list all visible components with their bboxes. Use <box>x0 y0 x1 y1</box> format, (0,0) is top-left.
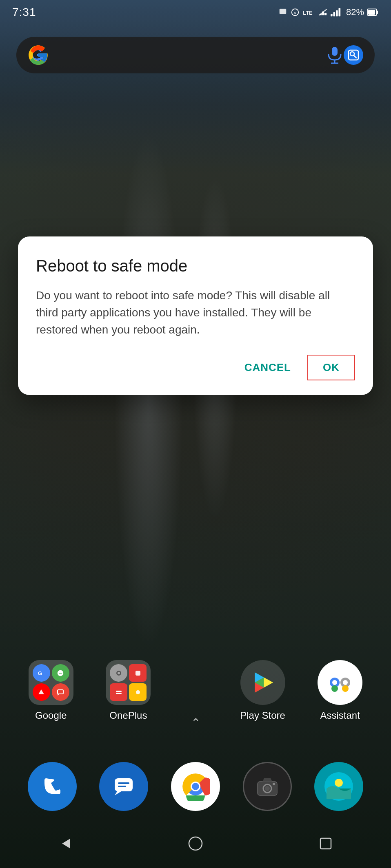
chrome-dock-icon[interactable] <box>171 762 220 811</box>
signal-bars-icon <box>331 8 341 17</box>
microphone-icon <box>327 46 342 64</box>
svg-rect-41 <box>118 782 129 784</box>
messages-dock-icon[interactable] <box>99 762 148 811</box>
svg-point-37 <box>342 685 349 692</box>
assistant-label: Assistant <box>320 710 360 721</box>
svg-point-36 <box>343 680 348 685</box>
playstore-icon <box>240 660 285 705</box>
chrome-icon <box>181 772 210 801</box>
recents-square-icon <box>318 836 333 851</box>
search-lens-button[interactable] <box>344 45 363 65</box>
camera-icon <box>255 774 280 799</box>
battery-percentage: 82% <box>346 7 364 18</box>
svg-rect-42 <box>118 786 126 787</box>
svg-rect-16 <box>332 47 338 56</box>
google-folder-item[interactable]: G Google <box>18 660 84 721</box>
svg-point-38 <box>331 685 338 692</box>
search-bar[interactable]: G G <box>16 37 375 73</box>
svg-text:G: G <box>38 670 42 676</box>
lens-icon <box>347 49 360 62</box>
status-icons: N LTE 82% <box>278 7 379 18</box>
svg-point-35 <box>332 680 337 685</box>
svg-rect-39 <box>115 778 133 791</box>
playstore-label: Play Store <box>240 710 285 721</box>
camera-dock-icon[interactable] <box>243 762 292 811</box>
oneplus-folder-icon <box>106 660 151 705</box>
search-mic-button[interactable] <box>326 46 344 64</box>
messages-icon <box>111 774 136 799</box>
svg-rect-22 <box>58 690 63 694</box>
svg-rect-6 <box>320 14 322 15</box>
svg-point-46 <box>192 783 199 790</box>
svg-rect-12 <box>377 11 378 14</box>
empty-slot <box>173 676 218 721</box>
svg-rect-57 <box>320 838 331 849</box>
back-button[interactable] <box>49 827 82 860</box>
bottom-dock <box>0 762 391 811</box>
photos-icon <box>324 772 353 801</box>
phone-dock-icon[interactable] <box>28 762 77 811</box>
svg-text:LTE: LTE <box>303 10 313 16</box>
nfc-icon: N <box>291 8 300 17</box>
svg-point-53 <box>335 779 343 787</box>
nav-bar <box>0 819 391 868</box>
google-g-colored <box>28 44 49 66</box>
svg-point-50 <box>265 786 270 791</box>
status-bar: 7:31 N LTE 82% <box>0 0 391 24</box>
svg-rect-13 <box>368 10 375 15</box>
svg-point-24 <box>118 672 120 674</box>
drawer-arrow-icon: ⌃ <box>191 716 200 729</box>
dialog-title: Reboot to safe mode <box>36 256 355 276</box>
assistant-dots <box>326 668 354 697</box>
dialog-message: Do you want to reboot into safe mode? Th… <box>36 287 355 338</box>
back-icon <box>57 835 73 852</box>
home-button[interactable] <box>179 827 212 860</box>
svg-point-56 <box>189 837 202 850</box>
dim-overlay <box>0 0 391 868</box>
status-time: 7:31 <box>12 6 36 19</box>
svg-point-51 <box>273 783 275 785</box>
svg-marker-40 <box>115 791 121 795</box>
recents-button[interactable] <box>309 827 342 860</box>
oneplus-folder-label: OnePlus <box>109 710 147 721</box>
svg-marker-55 <box>62 839 70 848</box>
svg-rect-10 <box>338 8 340 16</box>
svg-text:N: N <box>294 11 296 15</box>
svg-rect-0 <box>280 9 287 14</box>
lte-icon: LTE <box>303 8 315 17</box>
assistant-item[interactable]: Assistant <box>307 660 373 721</box>
svg-point-28 <box>136 690 140 694</box>
play-triangle <box>249 668 277 697</box>
notification-icon <box>278 8 287 17</box>
reboot-dialog: Reboot to safe mode Do you want to reboo… <box>18 236 373 395</box>
svg-rect-7 <box>331 14 333 17</box>
google-folder-label: Google <box>35 710 67 721</box>
assistant-icon <box>318 660 362 705</box>
svg-rect-25 <box>136 671 140 676</box>
playstore-item[interactable]: Play Store <box>230 660 295 721</box>
battery-icon <box>367 8 379 17</box>
oneplus-folder-item[interactable]: OnePlus <box>96 660 161 721</box>
app-icons-row: G Google <box>0 660 391 721</box>
dialog-buttons: CANCEL OK <box>36 355 355 380</box>
svg-rect-27 <box>116 693 122 694</box>
phone-icon <box>40 774 64 799</box>
google-folder-icon: G <box>29 660 73 705</box>
home-circle-icon <box>187 835 204 852</box>
drawer-hint[interactable]: ⌃ <box>191 716 200 729</box>
svg-rect-8 <box>333 12 335 16</box>
signal-x-icon <box>318 8 327 17</box>
photos-dock-icon[interactable] <box>314 762 363 811</box>
svg-rect-4 <box>324 13 327 15</box>
ok-button[interactable]: OK <box>307 355 355 380</box>
svg-rect-5 <box>322 11 324 15</box>
cancel-button[interactable]: CANCEL <box>235 355 301 380</box>
svg-rect-26 <box>116 691 122 692</box>
svg-rect-9 <box>336 10 338 16</box>
svg-marker-32 <box>264 678 273 688</box>
